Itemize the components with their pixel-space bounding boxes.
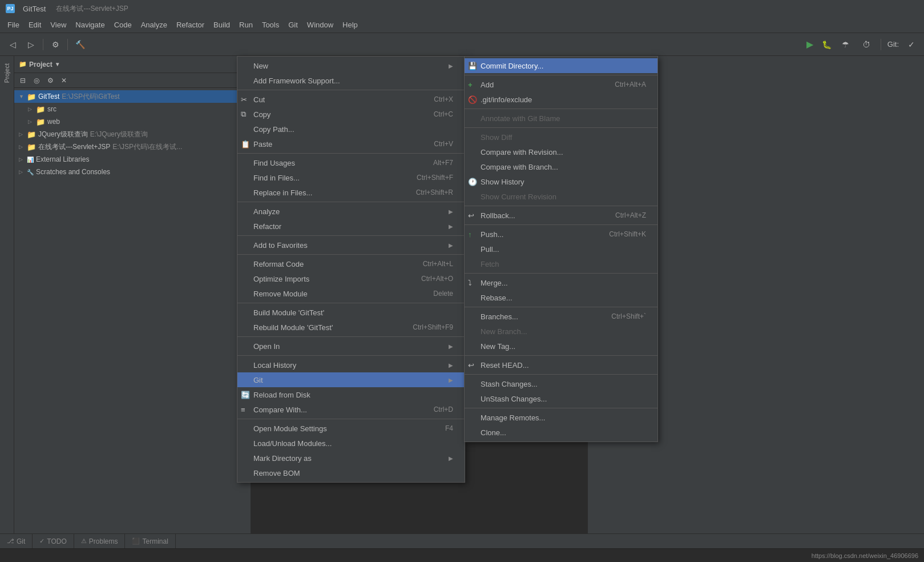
menu-help[interactable]: Help [338, 19, 362, 30]
ctx-analyze[interactable]: Analyze ▶ [237, 204, 465, 219]
git-new-tag[interactable]: New Tag... [465, 339, 657, 354]
tree-item-exam[interactable]: ▷ 📁 在线考试---Servlet+JSP E:\JSP代码\在线考试... [14, 140, 251, 153]
ctx-rebuild-module[interactable]: Rebuild Module 'GitTest' Ctrl+Shift+F9 [237, 320, 465, 335]
ctx-build-module[interactable]: Build Module 'GitTest' [237, 305, 465, 320]
git-reset-head[interactable]: ↩ Reset HEAD... [465, 358, 657, 372]
ctx-paste[interactable]: 📋 Paste Ctrl+V [237, 137, 465, 151]
tree-item-jquery[interactable]: ▷ 📁 JQuery级联查询 E:\JQuery级联查询 [14, 128, 251, 140]
menu-analyze[interactable]: Analyze [136, 19, 172, 30]
menu-edit[interactable]: Edit [24, 19, 46, 30]
ctx-copy[interactable]: ⧉ Copy Ctrl+C [237, 107, 465, 122]
gittest-path: E:\JSP代码\GitTest [62, 92, 119, 102]
panel-dropdown-arrow[interactable]: ▼ [55, 61, 60, 67]
tree-item-gittest[interactable]: ▼ 📁 GitTest E:\JSP代码\GitTest [14, 90, 251, 103]
ctx-remove-bom[interactable]: Remove BOM [237, 465, 465, 480]
toolbar: ◁ ▷ ⚙ 🔨 ▶ 🐛 ☂ ⏱ Git: ✓ [0, 33, 924, 56]
git-compare-revision[interactable]: Compare with Revision... [465, 144, 657, 159]
bottom-tab-terminal[interactable]: ⬛ Terminal [125, 534, 175, 549]
toolbar-sep-3 [881, 39, 881, 50]
ctx-compare-with[interactable]: ≡ Compare With... Ctrl+D [237, 402, 465, 417]
menu-tools[interactable]: Tools [257, 19, 284, 30]
menu-build[interactable]: Build [209, 19, 235, 30]
toolbar-build-btn[interactable]: 🔨 [72, 37, 88, 53]
gittest-label: GitTest [38, 93, 59, 101]
ctx-optimize-imports[interactable]: Optimize Imports Ctrl+Alt+O [237, 271, 465, 286]
ctx-add-framework[interactable]: Add Framework Support... [237, 73, 465, 88]
tree-item-web[interactable]: ▷ 📁 web [14, 115, 251, 128]
sidebar-project-tab[interactable]: Project [1, 59, 13, 87]
menu-refactor[interactable]: Refactor [172, 19, 209, 30]
ctx-add-favorites[interactable]: Add to Favorites ▶ [237, 238, 465, 252]
toolbar-forward-btn[interactable]: ▷ [23, 37, 39, 53]
bottom-tab-git[interactable]: ⎇ Git [0, 534, 33, 549]
locate-btn[interactable]: ◎ [30, 74, 43, 87]
git-stash[interactable]: Stash Changes... [465, 376, 657, 391]
profile-btn[interactable]: ⏱ [858, 37, 874, 53]
ctx-git[interactable]: Git ▶ [237, 372, 465, 387]
git-show-diff: Show Diff [465, 130, 657, 144]
menu-view[interactable]: View [46, 19, 71, 30]
tree-item-ext-libs[interactable]: ▷ 📊 External Libraries [14, 153, 251, 166]
bottom-tab-todo[interactable]: ✓ TODO [33, 534, 74, 549]
ctx-sep-9 [237, 419, 465, 419]
git-rollback[interactable]: ↩ Rollback... Ctrl+Alt+Z [465, 208, 657, 223]
git-clone[interactable]: Clone... [465, 425, 657, 440]
ctx-refactor[interactable]: Refactor ▶ [237, 219, 465, 234]
ctx-local-history[interactable]: Local History ▶ [237, 358, 465, 372]
bottom-tab-problems[interactable]: ⚠ Problems [74, 534, 126, 549]
git-unstash[interactable]: UnStash Changes... [465, 391, 657, 406]
run-button[interactable]: ▶ [804, 38, 816, 51]
git-manage-remotes[interactable]: Manage Remotes... [465, 410, 657, 425]
ctx-reload[interactable]: 🔄 Reload from Disk [237, 387, 465, 402]
git-fetch: Fetch [465, 256, 657, 271]
ctx-reformat[interactable]: Reformat Code Ctrl+Alt+L [237, 256, 465, 271]
tree-item-src[interactable]: ▷ 📁 src [14, 103, 251, 115]
ctx-module-settings[interactable]: Open Module Settings F4 [237, 421, 465, 436]
git-push[interactable]: ↑ Push... Ctrl+Shift+K [465, 227, 657, 242]
git-commit-btn[interactable]: ✓ [903, 37, 919, 53]
git-pull[interactable]: Pull... [465, 242, 657, 256]
gear-btn[interactable]: ⚙ [44, 74, 57, 87]
git-sep-10 [465, 408, 657, 408]
git-exclude[interactable]: 🚫 .git/info/exclude [465, 92, 657, 107]
git-sep-4 [465, 206, 657, 206]
git-commit-dir[interactable]: 💾 Commit Directory... [465, 58, 657, 73]
debug-button[interactable]: 🐛 [821, 38, 833, 51]
git-rebase[interactable]: Rebase... [465, 290, 657, 305]
git-sep-6 [465, 273, 657, 274]
menu-file[interactable]: File [3, 19, 24, 30]
ctx-replace-files[interactable]: Replace in Files... Ctrl+Shift+R [237, 185, 465, 200]
git-add[interactable]: + Add Ctrl+Alt+A [465, 77, 657, 92]
ctx-find-files[interactable]: Find in Files... Ctrl+Shift+F [237, 170, 465, 185]
git-sep-9 [465, 374, 657, 375]
git-submenu: 💾 Commit Directory... + Add Ctrl+Alt+A 🚫… [464, 56, 658, 442]
ctx-open-in[interactable]: Open In ▶ [237, 339, 465, 354]
coverage-btn[interactable]: ☂ [838, 37, 854, 53]
tree-arrow-ext-libs: ▷ [19, 156, 27, 162]
ctx-copy-path[interactable]: Copy Path... [237, 122, 465, 137]
panel-header: 📁 Project ▼ [14, 56, 251, 73]
menu-navigate[interactable]: Navigate [71, 19, 109, 30]
git-show-history[interactable]: 🕐 Show History [465, 174, 657, 189]
menu-run[interactable]: Run [235, 19, 257, 30]
git-branches[interactable]: Branches... Ctrl+Shift+` [465, 309, 657, 324]
commit-icon: 💾 [468, 62, 477, 70]
collapse-all-btn[interactable]: ⊟ [17, 74, 29, 87]
ctx-mark-directory[interactable]: Mark Directory as ▶ [237, 451, 465, 465]
close-panel-btn[interactable]: ✕ [58, 74, 70, 87]
menu-window[interactable]: Window [302, 19, 338, 30]
git-compare-branch[interactable]: Compare with Branch... [465, 159, 657, 174]
toolbar-back-btn[interactable]: ◁ [5, 37, 21, 53]
menu-git[interactable]: Git [284, 19, 302, 30]
ctx-cut[interactable]: ✂ Cut Ctrl+X [237, 92, 465, 107]
git-merge[interactable]: ⤵ Merge... [465, 275, 657, 290]
ctx-load-modules[interactable]: Load/Unload Modules... [237, 436, 465, 451]
tree-item-scratches[interactable]: ▷ 🔧 Scratches and Consoles [14, 166, 251, 178]
ctx-remove-module[interactable]: Remove Module Delete [237, 286, 465, 301]
menu-code[interactable]: Code [110, 19, 136, 30]
toolbar-settings-btn[interactable]: ⚙ [47, 37, 63, 53]
tree-arrow-scratches: ▷ [19, 169, 27, 175]
ctx-find-usages[interactable]: Find Usages Alt+F7 [237, 155, 465, 170]
ctx-new[interactable]: New ▶ [237, 58, 465, 73]
menu-bar: File Edit View Navigate Code Analyze Ref… [0, 17, 924, 33]
